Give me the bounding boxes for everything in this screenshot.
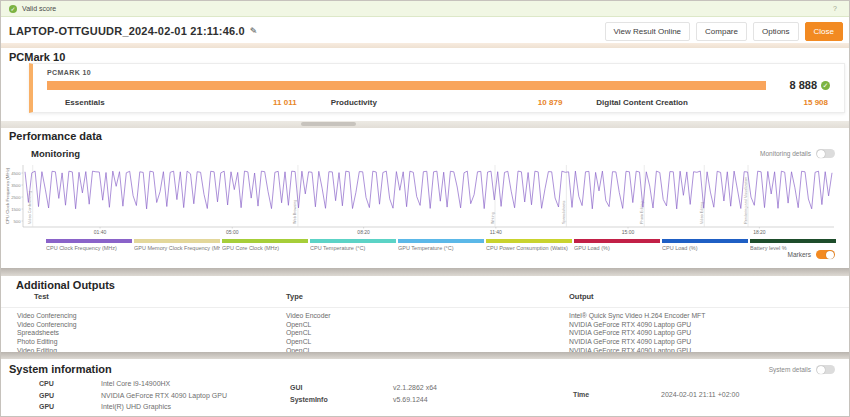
- section-divider: [1, 121, 849, 128]
- result-header: LAPTOP-OTTGUUDR_2024-02-01 21:11:46.0 ✎ …: [1, 19, 849, 43]
- outputs-table: Test Type Output Video ConferencingVideo…: [1, 292, 850, 355]
- legend-swatch: [222, 239, 308, 243]
- header-buttons: View Result Online Compare Options Close: [605, 22, 843, 41]
- system-details-label: System details: [769, 366, 811, 373]
- legend-swatch: [134, 239, 220, 243]
- options-button[interactable]: Options: [753, 22, 799, 41]
- system-info-version-group: GUIv2.1.2862 x64SystemInfov5.69.1244: [290, 382, 437, 405]
- svg-text:2500: 2500: [11, 195, 21, 200]
- svg-text:11:40: 11:40: [490, 229, 502, 235]
- outputs-table-header: Test Type Output: [1, 292, 850, 308]
- system-info-time-group: Time2024-02-01 21:11 +02:00: [573, 389, 739, 401]
- system-details-toggle[interactable]: [816, 365, 835, 374]
- markers-toggle[interactable]: [816, 250, 835, 259]
- svg-text:4500: 4500: [11, 171, 21, 176]
- help-icon[interactable]: ?: [829, 4, 841, 13]
- svg-text:1500: 1500: [11, 207, 21, 212]
- legend-swatch: [398, 239, 484, 243]
- table-row: Video ConferencingOpenCLNVIDIA GeForce R…: [1, 320, 850, 329]
- close-button[interactable]: Close: [805, 22, 843, 41]
- markers-label: Markers: [788, 251, 811, 258]
- table-row: Photo EditingOpenCLNVIDIA GeForce RTX 40…: [1, 337, 850, 346]
- valid-score-banner: ✓ Valid score ?: [1, 1, 849, 17]
- valid-check-icon: ✓: [9, 5, 17, 13]
- svg-text:Web Browsing: Web Browsing: [293, 200, 297, 224]
- svg-text:Writing: Writing: [491, 212, 495, 224]
- monitoring-details-row: Monitoring details: [760, 149, 835, 158]
- legend-item-7[interactable]: CPU Load (%): [662, 239, 748, 251]
- valid-score-label: Valid score: [22, 5, 56, 12]
- monitoring-chart: 5001500250035004500CPU Clock Frequency (…: [1, 159, 850, 238]
- legend-item-3[interactable]: CPU Temperature (°C): [310, 239, 396, 251]
- legend-swatch: [662, 239, 748, 243]
- legend-label: GPU Load (%): [574, 245, 660, 251]
- legend-label: CPU Clock Frequency (MHz): [46, 245, 132, 251]
- legend-swatch: [486, 239, 572, 243]
- monitoring-chart-svg: 5001500250035004500CPU Clock Frequency (…: [1, 159, 850, 238]
- monitoring-title: Monitoring: [31, 148, 80, 159]
- monitoring-details-label: Monitoring details: [760, 150, 811, 157]
- legend-item-4[interactable]: GPU Temperature (°C): [398, 239, 484, 251]
- section-divider: [1, 352, 849, 359]
- table-row: Video ConferencingVideo EncoderIntel® Qu…: [1, 311, 850, 320]
- pcmark-card-label: PCMARK 10: [47, 69, 832, 76]
- result-title: LAPTOP-OTTGUUDR_2024-02-01 21:11:46.0: [9, 25, 245, 37]
- svg-text:18:20: 18:20: [753, 229, 766, 235]
- column-header-test: Test: [17, 292, 286, 301]
- legend-label: CPU Load (%): [662, 245, 748, 251]
- legend-label: GPU Memory Clock Frequency (MHz): [134, 245, 220, 251]
- legend-item-1[interactable]: GPU Memory Clock Frequency (MHz): [134, 239, 220, 251]
- system-info-row: GUIv2.1.2862 x64: [290, 382, 437, 394]
- system-info-row: Time2024-02-01 21:11 +02:00: [573, 389, 739, 401]
- column-header-output: Output: [569, 292, 850, 301]
- pcmark-section-title: PCMark 10: [9, 51, 65, 63]
- system-info-row: CPUIntel Core i9-14900HX: [39, 378, 227, 390]
- performance-section-title: Performance data: [9, 130, 102, 142]
- system-info-row: SystemInfov5.69.1244: [290, 394, 437, 406]
- svg-text:Rendering and Visualization: Rendering and Visualization: [744, 177, 748, 224]
- legend-item-6[interactable]: GPU Load (%): [574, 239, 660, 251]
- legend-swatch: [750, 239, 836, 243]
- score-bar: [47, 81, 766, 90]
- legend-item-2[interactable]: GPU Core Clock (MHz): [222, 239, 308, 251]
- legend-label: CPU Temperature (°C): [310, 245, 396, 251]
- table-row: SpreadsheetsOpenCLNVIDIA GeForce RTX 409…: [1, 329, 850, 338]
- system-details-row: System details: [769, 365, 835, 374]
- scrollbar-thumb[interactable]: [301, 122, 356, 126]
- result-window: ✓ Valid score ? LAPTOP-OTTGUUDR_2024-02-…: [0, 0, 850, 417]
- svg-text:15:00: 15:00: [622, 229, 635, 235]
- system-info-row: GPUNVIDIA GeForce RTX 4090 Laptop GPU: [39, 390, 227, 402]
- system-info-cpu-gpu-group: CPUIntel Core i9-14900HXGPUNVIDIA GeForc…: [39, 378, 227, 413]
- legend-swatch: [574, 239, 660, 243]
- subscore-1: Productivity10 879: [331, 98, 563, 107]
- column-header-type: Type: [286, 292, 569, 301]
- pcmark-score-card: PCMARK 10 8 888 ✓ Essentials11 011Produc…: [29, 63, 845, 113]
- edit-title-icon[interactable]: ✎: [250, 26, 258, 36]
- legend-item-5[interactable]: CPU Power Consumption (Watts): [486, 239, 572, 251]
- score-valid-icon: ✓: [821, 81, 830, 90]
- legend-label: GPU Core Clock (MHz): [222, 245, 308, 251]
- legend-label: GPU Temperature (°C): [398, 245, 484, 251]
- subscore-2: Digital Content Creation15 908: [596, 98, 828, 107]
- overall-score: 8 888: [789, 79, 817, 91]
- system-section-title: System information: [9, 363, 112, 375]
- outputs-section-title: Additional Outputs: [16, 279, 115, 291]
- legend-swatch: [46, 239, 132, 243]
- view-result-online-button[interactable]: View Result Online: [605, 22, 690, 41]
- section-divider: [1, 43, 849, 48]
- monitoring-details-toggle[interactable]: [816, 149, 835, 158]
- system-info-row: GPUIntel(R) UHD Graphics: [39, 401, 227, 413]
- legend-swatch: [310, 239, 396, 243]
- svg-text:08:20: 08:20: [357, 229, 370, 235]
- compare-button[interactable]: Compare: [696, 22, 747, 41]
- svg-text:CPU Clock Frequency (MHz): CPU Clock Frequency (MHz): [5, 167, 10, 224]
- subscores: Essentials11 011Productivity10 879Digita…: [47, 98, 832, 107]
- svg-text:3500: 3500: [11, 183, 21, 188]
- svg-text:500: 500: [14, 219, 22, 224]
- chart-legend: CPU Clock Frequency (MHz)GPU Memory Cloc…: [46, 239, 836, 251]
- legend-item-0[interactable]: CPU Clock Frequency (MHz): [46, 239, 132, 251]
- subscore-0: Essentials11 011: [65, 98, 297, 107]
- svg-text:01:40: 01:40: [94, 229, 107, 235]
- svg-text:05:00: 05:00: [226, 229, 239, 235]
- legend-label: CPU Power Consumption (Watts): [486, 245, 572, 251]
